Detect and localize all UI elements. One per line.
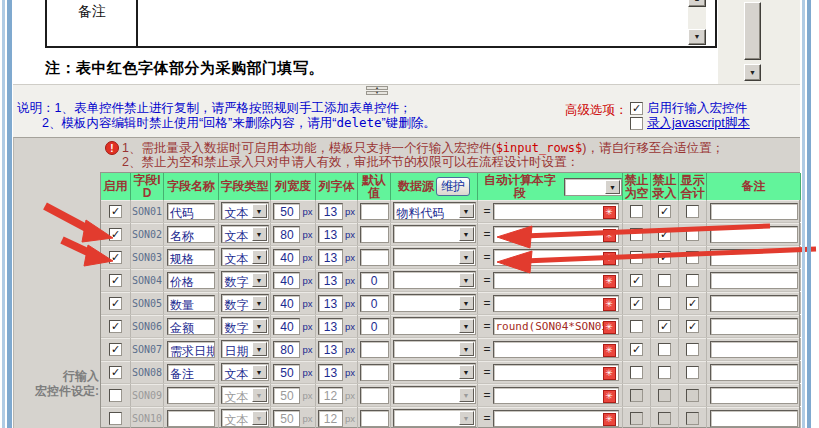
- default-value-input[interactable]: [360, 410, 389, 427]
- forbid-entry-checkbox-SON02[interactable]: ✓: [658, 228, 671, 241]
- advanced-option-checkbox-1[interactable]: [630, 117, 643, 130]
- default-value-input[interactable]: [360, 203, 389, 220]
- clear-formula-button[interactable]: ✳: [603, 344, 616, 357]
- field-name-input[interactable]: 代码: [167, 203, 215, 220]
- col-font-input[interactable]: 13: [318, 272, 343, 289]
- show-total-checkbox-SON07[interactable]: [686, 343, 699, 356]
- col-font-input[interactable]: 13: [318, 295, 343, 312]
- clear-formula-button[interactable]: ✳: [603, 252, 616, 265]
- enable-checkbox-SON10[interactable]: [109, 412, 122, 425]
- forbid-empty-checkbox-SON02[interactable]: [630, 228, 643, 241]
- datasource-select[interactable]: ▼: [393, 340, 476, 358]
- forbid-entry-checkbox-SON04[interactable]: [658, 274, 671, 287]
- forbid-entry-checkbox-SON08[interactable]: [658, 366, 671, 379]
- col-font-input[interactable]: 13: [318, 318, 343, 335]
- formula-input[interactable]: ✳: [493, 272, 619, 289]
- field-type-select[interactable]: 数字▼: [221, 317, 269, 335]
- clear-formula-button[interactable]: ✳: [603, 229, 616, 242]
- enable-checkbox-SON07[interactable]: ✓: [109, 343, 122, 356]
- autocalc-global-select[interactable]: ▼: [564, 178, 622, 196]
- dropdown-arrow-icon[interactable]: ▼: [252, 342, 267, 356]
- formula-input[interactable]: ✳: [493, 341, 619, 358]
- row-remark-input[interactable]: [710, 410, 798, 427]
- clear-formula-button[interactable]: ✳: [603, 367, 616, 380]
- datasource-select[interactable]: ▼: [393, 294, 476, 312]
- row-remark-input[interactable]: [710, 249, 798, 266]
- forbid-entry-checkbox-SON01[interactable]: ✓: [658, 205, 671, 218]
- field-name-input[interactable]: 名称: [167, 226, 215, 243]
- field-name-input[interactable]: 备注: [167, 364, 215, 381]
- clear-formula-button[interactable]: ✳: [603, 413, 616, 426]
- row-remark-input[interactable]: [710, 272, 798, 289]
- default-value-input[interactable]: 0: [360, 318, 389, 335]
- field-name-input[interactable]: 价格: [167, 272, 215, 289]
- forbid-entry-checkbox-SON03[interactable]: ✓: [658, 251, 671, 264]
- datasource-select[interactable]: ▼: [393, 317, 476, 335]
- forbid-empty-checkbox-SON07[interactable]: ✓: [630, 343, 643, 356]
- formula-input[interactable]: round(SON04*SON05, 2)✳: [493, 318, 619, 335]
- field-type-select[interactable]: 数字▼: [221, 271, 269, 289]
- dropdown-arrow-icon[interactable]: ▼: [459, 365, 474, 379]
- dropdown-arrow-icon[interactable]: ▼: [252, 365, 267, 379]
- formula-input[interactable]: ✳: [493, 226, 619, 243]
- clear-formula-button[interactable]: ✳: [603, 275, 616, 288]
- row-remark-input[interactable]: [710, 341, 798, 358]
- dropdown-arrow-icon[interactable]: ▼: [459, 204, 474, 218]
- field-type-select[interactable]: 文本▼: [221, 248, 269, 266]
- show-total-checkbox-SON05[interactable]: ✓: [686, 297, 699, 310]
- field-name-input[interactable]: 规格: [167, 249, 215, 266]
- row-remark-input[interactable]: [710, 364, 798, 381]
- forbid-empty-checkbox-SON03[interactable]: [630, 251, 643, 264]
- default-value-input[interactable]: 0: [360, 272, 389, 289]
- col-width-input[interactable]: 50: [273, 364, 300, 381]
- row-remark-input[interactable]: [710, 295, 798, 312]
- enable-checkbox-SON09[interactable]: [109, 389, 122, 402]
- col-font-input[interactable]: 13: [318, 226, 343, 243]
- show-total-checkbox-SON01[interactable]: [686, 205, 699, 218]
- col-font-input[interactable]: 13: [318, 341, 343, 358]
- field-type-select[interactable]: 文本▼: [221, 225, 269, 243]
- clear-formula-button[interactable]: ✳: [603, 206, 616, 219]
- page-scrollbar-thumb[interactable]: [744, 2, 761, 60]
- formula-input[interactable]: ✳: [493, 387, 619, 404]
- col-width-input[interactable]: 80: [273, 226, 300, 243]
- dropdown-arrow-icon[interactable]: ▼: [459, 342, 474, 356]
- default-value-input[interactable]: [360, 341, 389, 358]
- formula-input[interactable]: ✳: [493, 249, 619, 266]
- col-width-input[interactable]: 40: [273, 272, 300, 289]
- field-type-select[interactable]: 文本▼: [221, 202, 269, 220]
- datasource-select[interactable]: ▼: [393, 225, 476, 243]
- dropdown-arrow-icon[interactable]: ▼: [252, 250, 267, 264]
- field-type-select[interactable]: 数字▼: [221, 294, 269, 312]
- formula-input[interactable]: ✳: [493, 295, 619, 312]
- enable-checkbox-SON03[interactable]: ✓: [109, 251, 122, 264]
- enable-checkbox-SON01[interactable]: ✓: [109, 205, 122, 218]
- clear-formula-button[interactable]: ✳: [603, 321, 616, 334]
- show-total-checkbox-SON03[interactable]: [686, 251, 699, 264]
- maintain-button[interactable]: 维护: [436, 177, 470, 196]
- col-font-input[interactable]: 13: [318, 364, 343, 381]
- dropdown-arrow-icon[interactable]: ▼: [252, 227, 267, 241]
- show-total-checkbox-SON08[interactable]: [686, 366, 699, 379]
- show-total-checkbox-SON04[interactable]: [686, 274, 699, 287]
- field-name-input[interactable]: 数量: [167, 295, 215, 312]
- enable-checkbox-SON04[interactable]: ✓: [109, 274, 122, 287]
- enable-checkbox-SON06[interactable]: ✓: [109, 320, 122, 333]
- datasource-select[interactable]: ▼: [393, 248, 476, 266]
- dropdown-arrow-icon[interactable]: ▼: [252, 296, 267, 310]
- dropdown-arrow-icon[interactable]: ▼: [459, 319, 474, 333]
- textarea-scroll-down-button[interactable]: ▼: [688, 29, 706, 45]
- field-name-input[interactable]: 需求日期: [167, 341, 215, 358]
- col-width-input[interactable]: 40: [273, 295, 300, 312]
- page-scrollbar[interactable]: ▼: [744, 0, 761, 84]
- field-name-input[interactable]: [167, 410, 215, 427]
- col-width-input[interactable]: 40: [273, 318, 300, 335]
- clear-formula-button[interactable]: ✳: [603, 298, 616, 311]
- field-name-input[interactable]: [167, 387, 215, 404]
- datasource-select[interactable]: ▼: [393, 271, 476, 289]
- dropdown-arrow-icon[interactable]: ▼: [459, 273, 474, 287]
- enable-checkbox-SON08[interactable]: ✓: [109, 366, 122, 379]
- dropdown-arrow-icon[interactable]: ▼: [252, 204, 267, 218]
- field-name-input[interactable]: 金额: [167, 318, 215, 335]
- col-font-input[interactable]: 13: [318, 249, 343, 266]
